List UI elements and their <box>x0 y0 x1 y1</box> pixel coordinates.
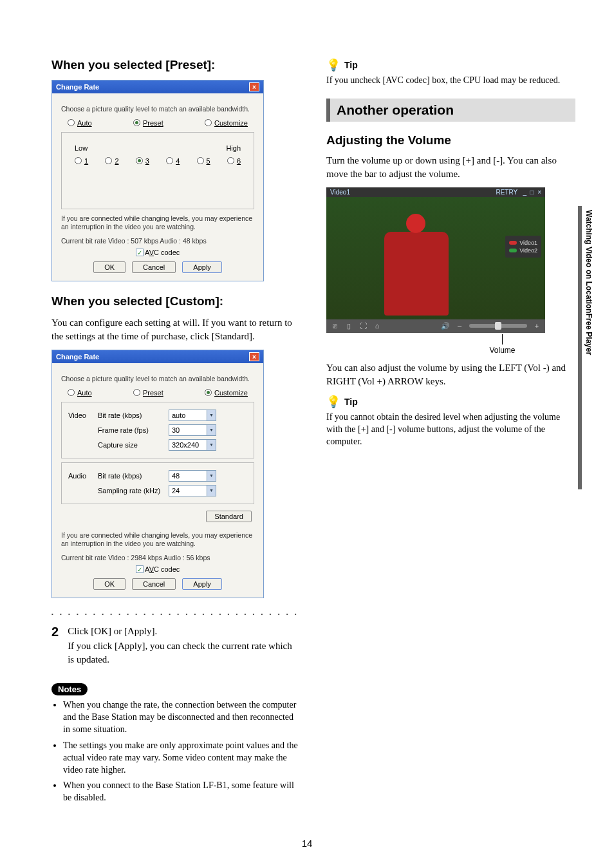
tip-body: If you cannot obtain the desired level w… <box>326 411 575 448</box>
tip-body: If you uncheck [AVC codec] box, the CPU … <box>326 75 575 87</box>
section-video: Video <box>68 411 98 419</box>
custom-intro: You can configure each setting at will. … <box>51 316 301 343</box>
ok-button[interactable]: OK <box>93 578 126 590</box>
chevron-down-icon: ▼ <box>207 470 216 482</box>
frame-rate-select[interactable]: 30▼ <box>169 424 216 436</box>
label-capture-size: Capture size <box>98 441 169 449</box>
close-icon[interactable]: × <box>249 352 259 361</box>
section-heading: Another operation <box>326 99 575 122</box>
dotted-rule: • • • • • • • • • • • • • • • • • • • • … <box>51 611 301 617</box>
standard-button[interactable]: Standard <box>206 511 252 522</box>
remote-icon[interactable]: ⎚ <box>330 322 339 330</box>
radio-level-3[interactable]: 3 <box>136 157 149 165</box>
label-high: High <box>226 144 241 152</box>
avc-label: AVC codec <box>145 565 180 573</box>
video-screen: Video1 Video2 <box>326 197 545 319</box>
apply-button[interactable]: Apply <box>182 578 222 590</box>
step-text-2: If you click [Apply], you can check the … <box>68 639 301 666</box>
speaker-icon[interactable]: 🔊 <box>441 322 450 330</box>
settings-icon[interactable]: ⌂ <box>373 322 382 330</box>
chevron-down-icon: ▼ <box>207 439 216 451</box>
avc-checkbox[interactable]: ✓ <box>136 249 144 256</box>
video-window-title: Video1 <box>330 189 350 196</box>
dialog-instruction: Choose a picture quality level to match … <box>61 375 254 384</box>
chevron-down-icon: ▼ <box>207 485 216 496</box>
volume-callout: Volume <box>326 334 575 355</box>
radio-level-2[interactable]: 2 <box>105 157 118 165</box>
dialog-title: Change Rate <box>56 83 99 91</box>
label-low: Low <box>75 144 88 152</box>
change-rate-dialog-custom: Change Rate × Choose a picture quality l… <box>51 350 264 598</box>
volume-knob[interactable] <box>495 322 501 330</box>
radio-preset[interactable]: Preset <box>133 389 163 397</box>
subsection-heading: Adjusting the Volume <box>326 133 575 147</box>
video-player-window: Video1 RETRY _ □ × Video1 Video2 ⎚ ▯ ⛶ ⌂… <box>326 187 545 333</box>
side-chapter-tab: Watching Video on LocationFree Player <box>578 206 595 489</box>
dialog-instruction: Choose a picture quality level to match … <box>61 105 254 114</box>
radio-customize[interactable]: Customize <box>205 389 248 397</box>
video-legend: Video1 Video2 <box>505 236 541 258</box>
heading-custom: When you selected [Custom]: <box>51 294 301 308</box>
volume-intro: Turn the volume up or down using [+] and… <box>326 154 575 181</box>
label-video-bitrate: Bit rate (kbps) <box>98 411 169 419</box>
change-rate-dialog-preset: Change Rate × Choose a picture quality l… <box>51 80 264 281</box>
volume-minus-button[interactable]: – <box>455 322 464 330</box>
dialog-warning: If you are connected while changing leve… <box>61 214 254 232</box>
notes-list: When you change the rate, the connection… <box>51 699 301 804</box>
video-bitrate-select[interactable]: auto▼ <box>169 410 216 421</box>
audio-bitrate-select[interactable]: 48▼ <box>169 470 216 482</box>
radio-level-6[interactable]: 6 <box>227 157 241 165</box>
radio-auto[interactable]: Auto <box>68 389 92 397</box>
radio-level-5[interactable]: 5 <box>197 157 210 165</box>
ok-button[interactable]: OK <box>93 261 126 273</box>
volume-arrow-text: You can also adjust the volume by using … <box>326 361 575 388</box>
expand-icon[interactable]: ⛶ <box>358 322 367 330</box>
step-text-1: Click [OK] or [Apply]. <box>68 625 301 638</box>
note-item: When you connect to the Base Station LF-… <box>63 780 301 804</box>
volume-plus-button[interactable]: + <box>532 322 541 330</box>
close-icon[interactable]: × <box>249 82 259 91</box>
heading-preset: When you selected [Preset]: <box>51 58 301 72</box>
side-chapter-label: Watching Video on LocationFree Player <box>584 206 593 355</box>
radio-customize[interactable]: Customize <box>205 119 248 127</box>
tip-icon: 💡 <box>326 395 340 409</box>
radio-level-4[interactable]: 4 <box>166 157 180 165</box>
left-column: When you selected [Preset]: Change Rate … <box>51 58 301 808</box>
video-content-illustration <box>384 232 449 316</box>
current-bitrate: Current bit rate Video : 2984 kbps Audio… <box>61 554 254 563</box>
tip-icon: 💡 <box>326 58 340 72</box>
current-bitrate: Current bit rate Video : 507 kbps Audio … <box>61 237 254 246</box>
cancel-button[interactable]: Cancel <box>132 261 176 273</box>
volume-slider[interactable] <box>469 324 527 328</box>
note-item: When you change the rate, the connection… <box>63 699 301 736</box>
fit-icon[interactable]: ▯ <box>344 322 353 330</box>
tip-label: Tip <box>344 60 358 70</box>
cancel-button[interactable]: Cancel <box>132 578 176 590</box>
chevron-down-icon: ▼ <box>207 410 216 421</box>
step-2: 2 Click [OK] or [Apply]. If you click [A… <box>51 625 301 673</box>
tip-label: Tip <box>344 397 358 407</box>
sampling-rate-select[interactable]: 24▼ <box>169 485 216 496</box>
radio-preset[interactable]: Preset <box>133 119 163 127</box>
video-control-bar: ⎚ ▯ ⛶ ⌂ 🔊 – + <box>326 319 545 333</box>
avc-checkbox[interactable]: ✓ <box>136 565 144 573</box>
chevron-down-icon: ▼ <box>207 424 216 436</box>
dialog-warning: If you are connected while changing leve… <box>61 531 254 549</box>
dialog-title: Change Rate <box>56 353 99 361</box>
page-number: 14 <box>0 838 614 849</box>
label-frame-rate: Frame rate (fps) <box>98 426 169 434</box>
step-number: 2 <box>51 625 59 673</box>
right-column: 💡 Tip If you uncheck [AVC codec] box, th… <box>326 58 575 808</box>
section-audio: Audio <box>68 472 98 480</box>
apply-button[interactable]: Apply <box>182 261 222 273</box>
notes-heading: Notes <box>51 683 88 695</box>
label-sampling-rate: Sampling rate (kHz) <box>98 487 169 495</box>
radio-auto[interactable]: Auto <box>68 119 92 127</box>
note-item: The settings you make are only approxima… <box>63 740 301 777</box>
video-status: RETRY _ □ × <box>496 189 541 196</box>
capture-size-select[interactable]: 320x240▼ <box>169 439 216 451</box>
label-audio-bitrate: Bit rate (kbps) <box>98 472 169 480</box>
radio-level-1[interactable]: 1 <box>75 157 88 165</box>
avc-label: AVC codec <box>145 249 180 256</box>
